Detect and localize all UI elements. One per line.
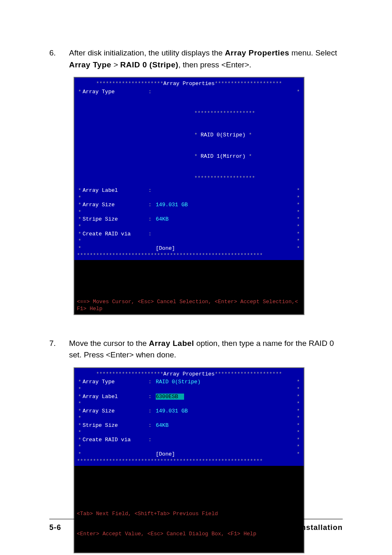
step-6-number: 6.	[49, 47, 69, 71]
field-value: 149.031 GB	[156, 201, 295, 209]
border: *********************	[214, 81, 282, 87]
field-label: Array Size	[83, 201, 148, 209]
chapter-title: Chapter 5: Driver installation	[229, 523, 343, 532]
popup-border: *******************	[194, 110, 255, 117]
popup-border: *******************	[194, 175, 255, 182]
bios2-row-array-type: * Array Type : RAID 0(Stripe) *	[74, 378, 304, 386]
text: Move the cursor to the	[69, 339, 149, 348]
colon: :	[148, 187, 156, 194]
field-label: Create RAID via	[83, 230, 148, 238]
step-6: 6. After disk initialization, the utilit…	[49, 47, 343, 71]
step-6-text: After disk initialization, the utility d…	[69, 47, 343, 71]
border-star: *	[295, 88, 301, 96]
array-label-input[interactable]: 6300ESB	[156, 393, 295, 401]
step-7-text: Move the cursor to the Array Label optio…	[69, 338, 343, 361]
colon: :	[148, 408, 156, 415]
done-button[interactable]: [Done]	[83, 245, 175, 252]
text: After disk initialization, the utility d…	[69, 48, 225, 57]
bold-array-properties: Array Properties	[225, 48, 289, 57]
border: *********************	[96, 81, 164, 87]
field-value-popup: ******************* * RAID 0(Stripe) * *…	[156, 88, 295, 204]
bios2-row-create-raid-via: * Create RAID via : *	[74, 436, 304, 444]
array-label-value: 6300ESB	[156, 394, 184, 400]
text: >	[111, 60, 120, 69]
border: *********************	[96, 371, 164, 377]
bold-raid-0-stripe: RAID 0 (Stripe)	[120, 60, 179, 69]
colon: :	[148, 230, 156, 238]
popup-option-raid0[interactable]: RAID 0(Stripe)	[197, 132, 245, 138]
step-7: 7. Move the cursor to the Array Label op…	[49, 338, 343, 361]
bios1-status-bar: <==> Moves Cursor, <Esc> Cancel Selectio…	[74, 298, 304, 314]
done-button[interactable]: [Done]	[83, 451, 175, 458]
bios1-row-array-label: * Array Label : *	[74, 187, 304, 194]
bold-array-type: Array Type	[69, 60, 111, 69]
bios2-row-array-label: * Array Label : 6300ESB *	[74, 393, 304, 401]
bios1-row-create-raid-via: * Create RAID via : *	[74, 230, 304, 238]
text: , then press <Enter>.	[178, 60, 251, 69]
colon: :	[148, 436, 156, 444]
page-number: 5-6	[49, 523, 61, 532]
bios2-row-array-size: * Array Size : 149.031 GB *	[74, 408, 304, 415]
field-label: Create RAID via	[83, 436, 148, 444]
step-7-number: 7.	[49, 338, 69, 361]
field-value	[156, 436, 295, 444]
field-value: 64KB	[156, 216, 295, 223]
colon: :	[148, 393, 156, 401]
popup-option-raid1[interactable]: RAID 1(Mirror)	[197, 153, 245, 159]
field-label: Array Label	[83, 187, 148, 194]
title-text: Array Properties	[164, 371, 215, 377]
status-line-1: <Tab> Next Field, <Shift+Tab> Previous F…	[77, 511, 301, 517]
bios2-title: *********************Array Properties***…	[74, 371, 304, 378]
colon: :	[148, 422, 156, 429]
field-label: Stripe Size	[83, 216, 148, 223]
border: *********************	[214, 371, 282, 377]
bold-array-label: Array Label	[149, 339, 194, 348]
field-label: Array Size	[83, 408, 148, 415]
bios1-row-array-type: * Array Type : ******************* * RAI…	[74, 88, 304, 204]
bios1-row-stripe-size: * Stripe Size : 64KB *	[74, 216, 304, 223]
colon: :	[148, 378, 156, 386]
field-value: RAID 0(Stripe)	[156, 378, 295, 386]
bios1-done-row: * [Done] *	[74, 245, 304, 252]
title-text: Array Properties	[164, 81, 215, 87]
field-value: 64KB	[156, 422, 295, 429]
colon: :	[148, 201, 156, 209]
field-label: Stripe Size	[83, 422, 148, 429]
field-label: Array Type	[83, 88, 148, 204]
field-value	[156, 230, 295, 238]
bios1-row-array-size: * Array Size : 149.031 GB *	[74, 201, 304, 209]
page-footer: 5-6 Chapter 5: Driver installation	[0, 519, 392, 532]
raid-type-popup: ******************* * RAID 0(Stripe) * *…	[194, 95, 255, 196]
bios2-bottom-rule: ****************************************…	[74, 458, 304, 465]
field-value: 149.031 GB	[156, 408, 295, 415]
bios2-done-row: * [Done] *	[74, 451, 304, 458]
colon: :	[148, 216, 156, 223]
field-value	[156, 187, 295, 194]
field-label: Array Label	[83, 393, 148, 401]
bios1-bottom-rule: ****************************************…	[74, 252, 304, 259]
colon: :	[148, 88, 156, 204]
field-label: Array Type	[83, 378, 148, 386]
bios1-title: *********************Array Properties***…	[74, 80, 304, 88]
bios-screenshot-1: *********************Array Properties***…	[74, 77, 304, 315]
text: menu. Select	[289, 48, 337, 57]
border-star: *	[77, 88, 83, 96]
bios2-row-stripe-size: * Stripe Size : 64KB *	[74, 422, 304, 429]
